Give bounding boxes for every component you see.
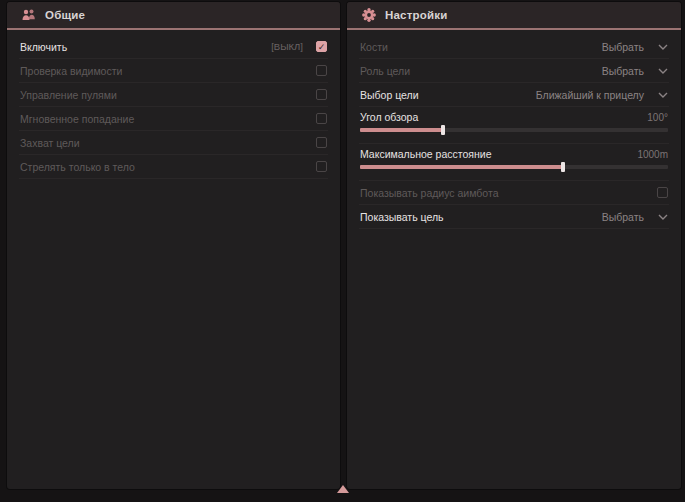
row-body-shots-only-label: Стрелять только в тело bbox=[20, 161, 135, 173]
row-target-role-dropdown[interactable]: Выбрать bbox=[602, 65, 668, 77]
row-instant-hit-label: Мгновенное попадание bbox=[20, 113, 134, 125]
row-instant-hit[interactable]: Мгновенное попадание bbox=[19, 107, 328, 131]
settings-panel-header: Настройки bbox=[347, 2, 681, 30]
row-target-role-label: Роль цели bbox=[360, 65, 410, 77]
row-fov-slider-fill bbox=[360, 128, 443, 132]
settings-panel-title: Настройки bbox=[385, 9, 447, 21]
row-bullet-control-checkbox[interactable] bbox=[316, 89, 327, 100]
row-body-shots-only-checkbox[interactable] bbox=[316, 161, 327, 172]
people-icon bbox=[21, 9, 36, 22]
row-bullet-control-label: Управление пулями bbox=[20, 89, 117, 101]
row-bones-dropdown[interactable]: Выбрать bbox=[602, 41, 668, 53]
row-bones-label: Кости bbox=[360, 41, 388, 53]
gear-icon bbox=[361, 9, 376, 22]
row-visibility-check[interactable]: Проверка видимости bbox=[19, 59, 328, 83]
settings-rows: Кости Выбрать Роль цели Выбрать Выбор це… bbox=[347, 30, 681, 229]
row-target-lock-label: Захват цели bbox=[20, 137, 80, 149]
general-panel-title: Общие bbox=[45, 9, 85, 21]
cursor-triangle-icon bbox=[337, 485, 349, 493]
row-fov: Угол обзора 100° bbox=[359, 107, 669, 144]
row-target-selection-dropdown-value: Ближайший к прицелу bbox=[536, 89, 644, 101]
row-show-aimbot-radius[interactable]: Показывать радиус аимбота bbox=[359, 181, 669, 205]
general-panel: Общие Включить [ВЫКЛ] ✓ Проверка видимос… bbox=[7, 2, 340, 489]
row-bullet-control[interactable]: Управление пулями bbox=[19, 83, 328, 107]
row-target-selection[interactable]: Выбор цели Ближайший к прицелу bbox=[359, 83, 669, 107]
row-show-target-label: Показывать цель bbox=[360, 211, 444, 223]
row-enable-label: Включить bbox=[20, 41, 67, 53]
row-fov-slider[interactable] bbox=[360, 128, 668, 132]
row-target-selection-dropdown[interactable]: Ближайший к прицелу bbox=[536, 89, 668, 101]
chevron-down-icon bbox=[658, 68, 668, 74]
row-fov-value: 100° bbox=[647, 112, 668, 123]
row-max-distance: Максимальное расстояние 1000m bbox=[359, 144, 669, 181]
row-show-aimbot-radius-label: Показывать радиус аимбота bbox=[360, 187, 499, 199]
row-enable[interactable]: Включить [ВЫКЛ] ✓ bbox=[19, 35, 328, 59]
row-fov-label: Угол обзора bbox=[360, 111, 418, 123]
row-enable-keybind: [ВЫКЛ] bbox=[271, 41, 303, 52]
row-body-shots-only[interactable]: Стрелять только в тело bbox=[19, 155, 328, 179]
row-visibility-check-label: Проверка видимости bbox=[20, 65, 122, 77]
row-target-lock[interactable]: Захват цели bbox=[19, 131, 328, 155]
row-show-target[interactable]: Показывать цель Выбрать bbox=[359, 205, 669, 229]
settings-panel: Настройки Кости Выбрать Роль цели Выбрат… bbox=[347, 2, 681, 489]
row-max-distance-label: Максимальное расстояние bbox=[360, 148, 491, 160]
row-show-target-dropdown[interactable]: Выбрать bbox=[602, 211, 668, 223]
row-target-role[interactable]: Роль цели Выбрать bbox=[359, 59, 669, 83]
row-show-aimbot-radius-checkbox[interactable] bbox=[657, 187, 668, 198]
chevron-down-icon bbox=[658, 214, 668, 220]
row-instant-hit-checkbox[interactable] bbox=[316, 113, 327, 124]
row-max-distance-slider[interactable] bbox=[360, 165, 668, 169]
row-target-role-dropdown-value: Выбрать bbox=[602, 65, 644, 77]
row-visibility-check-checkbox[interactable] bbox=[316, 65, 327, 76]
row-target-lock-checkbox[interactable] bbox=[316, 137, 327, 148]
row-fov-slider-thumb[interactable] bbox=[441, 125, 445, 135]
row-show-target-dropdown-value: Выбрать bbox=[602, 211, 644, 223]
chevron-down-icon bbox=[658, 92, 668, 98]
row-max-distance-slider-fill bbox=[360, 165, 563, 169]
row-bones[interactable]: Кости Выбрать bbox=[359, 35, 669, 59]
row-bones-dropdown-value: Выбрать bbox=[602, 41, 644, 53]
row-max-distance-slider-thumb[interactable] bbox=[561, 162, 565, 172]
general-panel-header: Общие bbox=[7, 2, 340, 30]
row-max-distance-value: 1000m bbox=[637, 149, 668, 160]
chevron-down-icon bbox=[658, 44, 668, 50]
general-rows: Включить [ВЫКЛ] ✓ Проверка видимости Упр… bbox=[7, 30, 340, 179]
row-target-selection-label: Выбор цели bbox=[360, 89, 419, 101]
row-enable-checkbox[interactable]: ✓ bbox=[316, 41, 327, 52]
